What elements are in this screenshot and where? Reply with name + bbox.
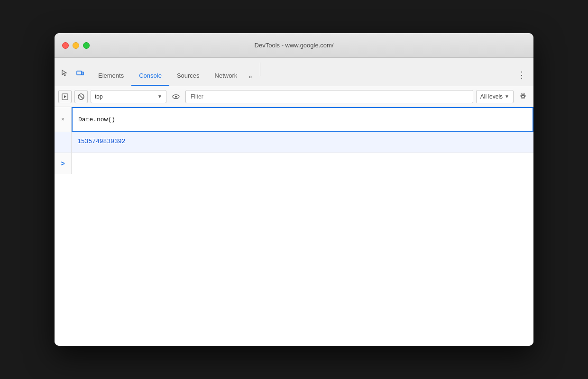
svg-marker-3	[64, 95, 66, 98]
title-bar: DevTools - www.google.com/	[55, 33, 533, 58]
devtools-window: DevTools - www.google.com/ Elements Cons…	[55, 33, 533, 346]
tab-sources[interactable]: Sources	[169, 68, 207, 86]
console-input[interactable]	[72, 107, 533, 132]
levels-value: All levels	[480, 93, 503, 100]
devtools-tabs-bar: Elements Console Sources Network » ⋮	[55, 58, 533, 86]
console-output-value: 1535749830392	[72, 132, 131, 153]
console-output-row: 1535749830392	[55, 132, 533, 153]
gear-icon	[519, 92, 527, 101]
block-btn[interactable]	[74, 90, 88, 103]
svg-point-7	[175, 96, 177, 98]
window-title: DevTools - www.google.com/	[255, 42, 334, 49]
console-input-row: ×	[55, 107, 533, 132]
tab-icons	[58, 67, 87, 86]
execute-icon	[62, 93, 68, 100]
context-arrow: ▼	[157, 94, 162, 99]
svg-rect-1	[82, 72, 83, 75]
maximize-button[interactable]	[83, 42, 90, 49]
tab-more-btn[interactable]: »	[245, 69, 256, 86]
execute-btn[interactable]	[58, 90, 72, 103]
devtools-menu-btn[interactable]: ⋮	[514, 66, 530, 86]
input-gutter: ×	[55, 107, 72, 132]
tab-network[interactable]: Network	[207, 68, 245, 86]
inspector-icon-btn[interactable]	[58, 67, 72, 80]
minimize-button[interactable]	[73, 42, 79, 49]
eye-btn[interactable]	[169, 90, 183, 103]
levels-arrow: ▼	[505, 94, 509, 99]
device-icon	[76, 69, 84, 78]
output-gutter	[55, 132, 72, 153]
svg-line-5	[79, 94, 83, 99]
prompt-chevron: >	[61, 160, 64, 167]
inspector-icon	[61, 69, 69, 78]
clear-input-btn[interactable]: ×	[61, 116, 64, 123]
tab-divider	[260, 63, 260, 76]
context-selector[interactable]: top ▼	[91, 90, 166, 103]
console-area: × 1535749830392 >	[55, 107, 533, 346]
traffic-lights	[62, 42, 90, 49]
svg-rect-0	[77, 71, 82, 75]
tab-console[interactable]: Console	[131, 68, 169, 86]
settings-btn[interactable]	[516, 90, 530, 103]
eye-icon	[172, 92, 180, 101]
prompt-gutter: >	[55, 153, 72, 174]
context-value: top	[95, 93, 156, 100]
close-button[interactable]	[62, 42, 69, 49]
console-prompt-input[interactable]	[72, 153, 533, 174]
levels-selector[interactable]: All levels ▼	[476, 90, 514, 103]
console-prompt-row: >	[55, 153, 533, 174]
console-toolbar: top ▼ All levels ▼	[55, 86, 533, 107]
block-icon	[77, 93, 85, 100]
device-toggle-btn[interactable]	[74, 67, 87, 80]
filter-input[interactable]	[185, 90, 473, 103]
tab-elements[interactable]: Elements	[91, 68, 131, 86]
